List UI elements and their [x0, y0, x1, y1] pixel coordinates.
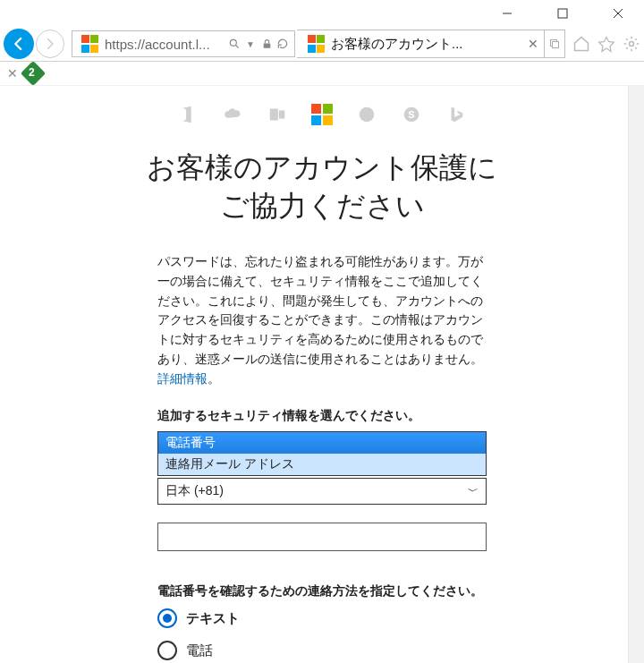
browser-tab[interactable]: お客様のアカウント... ✕ — [297, 30, 545, 57]
page-title: お客様のアカウント保護に ご協力ください — [72, 149, 572, 225]
svg-rect-6 — [263, 43, 270, 47]
onedrive-icon[interactable] — [222, 104, 243, 125]
window-close-button[interactable] — [603, 0, 633, 27]
page-title-line2: ご協力ください — [220, 190, 425, 222]
option-phone[interactable]: 電話番号 — [158, 432, 486, 454]
window-minimize-button[interactable] — [492, 0, 522, 27]
verify-method-label: 電話番号を確認するための連絡方法を指定してください。 — [157, 583, 487, 599]
new-tab-button[interactable] — [545, 38, 564, 49]
tab-close-icon[interactable]: ✕ — [524, 37, 538, 51]
chevron-down-icon: ﹀ — [468, 484, 479, 499]
svg-rect-11 — [279, 110, 284, 118]
refresh-icon[interactable] — [275, 38, 291, 50]
option-email[interactable]: 連絡用メール アドレス — [158, 454, 486, 475]
page-scrollbar[interactable] — [628, 86, 644, 663]
security-type-label: 追加するセキュリティ情報を選んでください。 — [157, 408, 487, 424]
settings-icon[interactable] — [623, 35, 640, 53]
radio-call[interactable] — [157, 641, 177, 660]
more-info-link[interactable]: 詳細情報 — [157, 371, 208, 386]
extension-badge-count: 2 — [29, 66, 35, 79]
browser-toolbar: https://account.l... ▼ お客様のアカウント... ✕ — [0, 27, 644, 62]
more-info-suffix: 。 — [208, 371, 220, 386]
svg-rect-8 — [553, 42, 559, 48]
svg-point-4 — [230, 39, 236, 46]
extension-bar: ✕ 2 — [0, 62, 644, 86]
page-title-line1: お客様のアカウント保護に — [147, 151, 497, 183]
intro-text: パスワードは、忘れたり盗まれる可能性があります。万が一の場合に備えて、セキュリテ… — [157, 254, 483, 365]
svg-text:S: S — [408, 109, 414, 120]
tab-favicon-icon — [308, 35, 326, 53]
radio-text-label: テキスト — [186, 610, 240, 627]
radio-call-row[interactable]: 電話 — [157, 641, 487, 660]
address-dropdown-icon[interactable]: ▼ — [242, 39, 258, 49]
site-favicon-icon — [81, 35, 99, 53]
svg-point-12 — [360, 107, 375, 123]
nav-forward-button[interactable] — [36, 30, 64, 58]
svg-rect-10 — [270, 109, 278, 121]
search-dropdown-icon[interactable] — [226, 38, 242, 50]
svg-line-5 — [236, 46, 239, 48]
intro-paragraph: パスワードは、忘れたり盗まれる可能性があります。万が一の場合に備えて、セキュリテ… — [157, 252, 487, 388]
address-bar[interactable]: https://account.l... ▼ — [72, 30, 295, 57]
bing-icon[interactable] — [445, 104, 467, 125]
radio-text[interactable] — [157, 608, 177, 628]
tab-title: お客様のアカウント... — [331, 36, 524, 53]
office-icon[interactable] — [177, 104, 199, 125]
extension-close-icon[interactable]: ✕ — [7, 66, 18, 81]
radio-call-label: 電話 — [186, 642, 213, 659]
services-row: S — [72, 104, 572, 125]
country-select[interactable]: 日本 (+81) ﹀ — [157, 478, 487, 505]
page-viewport: S お客様のアカウント保護に ご協力ください パスワードは、忘れたり盗まれる可能… — [0, 86, 644, 663]
country-select-value: 日本 (+81) — [165, 483, 224, 499]
nav-back-button[interactable] — [4, 29, 34, 59]
outlook-icon[interactable] — [267, 104, 288, 125]
window-titlebar — [0, 0, 644, 27]
xbox-icon[interactable] — [356, 104, 377, 125]
skype-icon[interactable]: S — [401, 104, 422, 125]
home-icon[interactable] — [572, 35, 590, 53]
svg-point-9 — [630, 42, 634, 47]
microsoft-icon[interactable] — [311, 104, 333, 125]
address-url-text: https://account.l... — [105, 37, 226, 52]
window-maximize-button[interactable] — [547, 0, 578, 27]
phone-number-input[interactable] — [157, 523, 487, 551]
favorites-icon[interactable] — [597, 35, 615, 53]
security-type-listbox[interactable]: 電話番号 連絡用メール アドレス — [157, 431, 487, 476]
lock-icon[interactable] — [258, 38, 275, 50]
svg-rect-1 — [558, 9, 567, 18]
extension-badge[interactable]: 2 — [23, 64, 43, 83]
browser-chrome-icons — [567, 35, 640, 53]
tab-strip: お客様のアカウント... ✕ — [297, 30, 565, 58]
radio-text-row[interactable]: テキスト — [157, 608, 487, 628]
